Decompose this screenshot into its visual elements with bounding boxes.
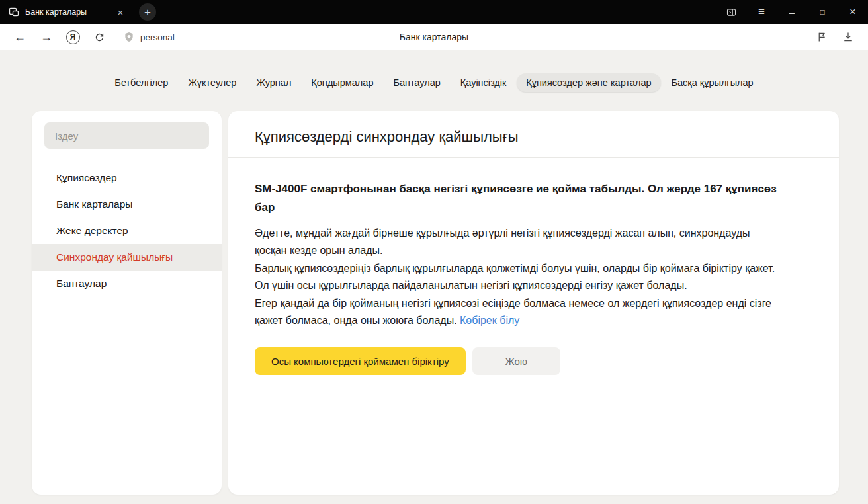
nav-tab-bookmarks[interactable]: Бетбелгілер — [105, 73, 177, 92]
nav-tab-addons[interactable]: Қондырмалар — [302, 73, 382, 92]
description-paragraph: Барлық құпиясөздеріңіз барлық құрылғылар… — [255, 260, 784, 294]
search-box[interactable] — [44, 122, 209, 149]
search-input[interactable] — [54, 130, 200, 142]
nav-tab-security[interactable]: Қауіпсіздік — [451, 73, 516, 92]
tab-title: Банк карталары — [25, 7, 109, 17]
merge-button[interactable]: Осы компьютердегі қоймамен біріктіру — [255, 347, 466, 375]
description-paragraph: Әдетте, мұндай жағдай бірнеше құрылғыда … — [255, 225, 784, 259]
conflict-heading: SM-J400F смартфонынан басқа негізгі құпи… — [255, 180, 784, 217]
action-buttons: Осы компьютердегі қоймамен біріктіру Жою — [255, 347, 784, 375]
sync-conflict-panel: Құпиясөздерді синхрондау қайшылығы SM-J4… — [228, 111, 839, 495]
back-button[interactable]: ← — [9, 26, 31, 48]
profile-name: personal — [140, 32, 175, 42]
download-button[interactable] — [837, 26, 859, 48]
nav-tab-downloads[interactable]: Жүктеулер — [179, 73, 245, 92]
nav-tab-passwords-and-cards[interactable]: Құпиясөздер және карталар — [517, 73, 660, 92]
content-area: Құпиясөздер Банк карталары Жеке деректер… — [0, 92, 868, 495]
refresh-icon — [94, 32, 105, 43]
browser-tab[interactable]: Банк карталары × — [0, 0, 132, 24]
sidebar-item-settings[interactable]: Баптаулар — [32, 271, 222, 297]
panel-title: Құпиясөздерді синхрондау қайшылығы — [255, 127, 812, 147]
browser-toolbar: ← → Я personal Банк карталары — [0, 24, 868, 50]
sidebar-item-sync-conflict[interactable]: Синхрондау қайшылығы — [32, 244, 222, 271]
close-button[interactable]: × — [838, 0, 868, 24]
sidebar-toggle-icon[interactable] — [716, 0, 746, 24]
description-paragraph: Егер қандай да бір қойманың негізгі құпи… — [255, 295, 784, 329]
settings-navbar: Бетбелгілер Жүктеулер Журнал Қондырмалар… — [0, 50, 868, 92]
forward-button[interactable]: → — [35, 26, 58, 48]
menu-icon[interactable]: ≡ — [746, 0, 777, 24]
sidebar-menu: Құпиясөздер Банк карталары Жеке деректер… — [32, 165, 222, 297]
learn-more-link[interactable]: Көбірек білу — [460, 315, 519, 326]
sidebar-item-passwords[interactable]: Құпиясөздер — [32, 165, 222, 191]
passwords-sidebar: Құпиясөздер Банк карталары Жеке деректер… — [32, 111, 222, 495]
page-title: Банк карталары — [198, 32, 670, 42]
bookmark-button[interactable] — [810, 26, 833, 48]
nav-tab-other-devices[interactable]: Басқа құрылғылар — [662, 73, 763, 92]
sidebar-item-personal-data[interactable]: Жеке деректер — [32, 218, 222, 244]
conflict-description: Әдетте, мұндай жағдай бірнеше құрылғыда … — [255, 225, 784, 329]
nav-tab-history[interactable]: Журнал — [247, 73, 300, 92]
nav-tab-settings[interactable]: Баптаулар — [384, 73, 449, 92]
bookmark-flag-icon — [816, 31, 828, 43]
tab-favicon-icon — [9, 7, 19, 17]
maximize-button[interactable]: □ — [807, 0, 838, 24]
minimize-button[interactable]: – — [777, 0, 807, 24]
window-titlebar: Банк карталары × + ≡ – □ × — [0, 0, 868, 24]
yandex-logo-icon: Я — [66, 30, 80, 44]
shield-icon — [123, 31, 135, 43]
tab-close-icon[interactable]: × — [115, 7, 126, 17]
panel-body: SM-J400F смартфонынан басқа негізгі құпи… — [228, 158, 810, 375]
new-tab-button[interactable]: + — [139, 3, 156, 21]
yandex-home-button[interactable]: Я — [62, 26, 84, 48]
panel-header: Құпиясөздерді синхрондау қайшылығы — [228, 111, 839, 158]
download-icon — [842, 31, 854, 43]
sidebar-item-bank-cards[interactable]: Банк карталары — [32, 191, 222, 218]
protect-badge[interactable]: personal — [118, 28, 180, 46]
window-controls: ≡ – □ × — [716, 0, 868, 24]
refresh-button[interactable] — [88, 26, 110, 48]
delete-button[interactable]: Жою — [472, 347, 560, 375]
